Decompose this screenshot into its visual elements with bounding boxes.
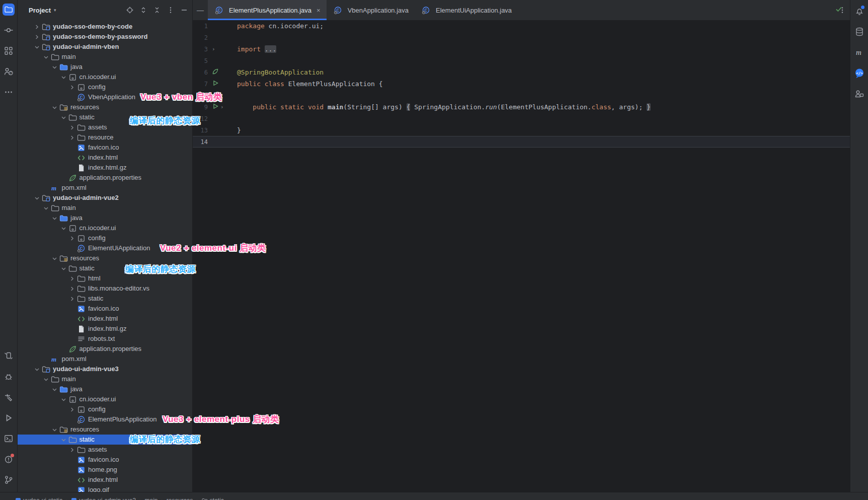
code-line-5[interactable]: 5 — [193, 55, 850, 66]
chevron-right-icon[interactable] — [68, 275, 76, 282]
chevron-down-icon[interactable] — [33, 366, 41, 373]
spring-bean-icon[interactable] — [212, 68, 219, 77]
tree-item-pom-xml[interactable]: mpom.xml — [18, 183, 192, 193]
tree-item-assets[interactable]: assets — [18, 445, 192, 455]
breadcrumb-item[interactable]: main — [144, 497, 157, 500]
tree-item-libs-monaco-editor-vs[interactable]: libs.monaco-editor.vs — [18, 283, 192, 294]
tree-item-resources[interactable]: resources — [18, 253, 192, 263]
chevron-down-icon[interactable] — [51, 63, 58, 71]
code-line-7[interactable]: 7public class ElementPlusApplication { — [193, 78, 850, 90]
tree-item-resource[interactable]: resource — [18, 132, 192, 142]
code-line-6[interactable]: 6@SpringBootApplication — [193, 66, 850, 78]
version-control-icon[interactable] — [3, 474, 15, 486]
tree-item-static[interactable]: static — [18, 435, 192, 445]
project-icon[interactable] — [3, 4, 15, 16]
chevron-right-icon[interactable] — [33, 33, 41, 41]
chevron-down-icon[interactable] — [51, 386, 58, 393]
code-line-2[interactable]: 2 — [193, 32, 850, 43]
code-line-14[interactable]: 14 — [193, 136, 850, 148]
code-line-8[interactable]: 8 — [193, 90, 850, 101]
tree-item-html[interactable]: html — [18, 273, 192, 283]
locate-icon[interactable] — [126, 6, 134, 14]
tree-item-static[interactable]: static — [18, 294, 192, 304]
tree-item-yudao-sso-demo-by-password[interactable]: yudao-sso-demo-by-password — [18, 32, 192, 42]
terminal-icon[interactable] — [3, 433, 15, 445]
chevron-down-icon[interactable] — [51, 255, 58, 262]
project-panel-title[interactable]: Project — [29, 7, 51, 14]
chevron-down-icon[interactable] — [42, 53, 50, 61]
tree-item-main[interactable]: main — [18, 52, 192, 62]
chevron-right-icon[interactable] — [68, 295, 76, 303]
tab-elementplusapplication[interactable]: C ElementPlusApplication.java × — [208, 0, 327, 20]
chevron-down-icon[interactable] — [33, 194, 41, 202]
code-editor[interactable]: 1package cn.iocoder.ui;23›import ...56@S… — [193, 20, 850, 492]
tree-item-static[interactable]: static — [18, 263, 192, 273]
hide-icon[interactable] — [180, 6, 188, 14]
code-line-3[interactable]: 3›import ... — [193, 43, 850, 55]
chevron-down-icon[interactable] — [60, 436, 67, 444]
tree-item-yudao-ui-admin-vue3[interactable]: yudao-ui-admin-vue3 — [18, 364, 192, 374]
commit-icon[interactable] — [3, 24, 15, 36]
chevron-right-icon[interactable] — [68, 406, 76, 413]
chevron-down-icon[interactable] — [42, 204, 50, 212]
tree-item-resources[interactable]: resources — [18, 424, 192, 435]
breadcrumb-item[interactable]: yudao-ui-static — [15, 497, 62, 500]
maven-icon[interactable]: m — [853, 46, 865, 58]
run-icon[interactable] — [212, 103, 219, 111]
tree-item-cn-iocoder-ui[interactable]: cn.iocoder.ui — [18, 223, 192, 233]
chevron-right-icon[interactable] — [68, 446, 76, 454]
tree-item-application-properties[interactable]: application.properties — [18, 344, 192, 354]
fold-chevron-icon[interactable]: › — [220, 104, 224, 110]
structure-icon[interactable] — [3, 45, 15, 57]
tree-item-index-html[interactable]: index.html — [18, 475, 192, 485]
run-icon[interactable] — [3, 412, 15, 424]
more-icon[interactable] — [3, 86, 15, 98]
tree-item-assets[interactable]: assets — [18, 122, 192, 132]
tree-item-index-html[interactable]: index.html — [18, 314, 192, 324]
collaboration-icon[interactable] — [853, 88, 865, 100]
tab-elementuiapplication[interactable]: C ElementUiApplication.java — [415, 0, 518, 20]
close-icon[interactable]: × — [317, 7, 321, 14]
tree-item-config[interactable]: config — [18, 82, 192, 92]
inspection-ok-icon[interactable] — [835, 5, 843, 15]
tree-item-elementplusapplication[interactable]: CElementPlusApplication — [18, 414, 192, 424]
notifications-icon[interactable] — [853, 5, 865, 17]
tree-item-yudao-sso-demo-by-code[interactable]: yudao-sso-demo-by-code — [18, 22, 192, 32]
tree-item-favicon-ico[interactable]: favicon.ico — [18, 455, 192, 465]
tree-item-yudao-ui-admin-vben[interactable]: yudao-ui-admin-vben — [18, 42, 192, 52]
problems-icon[interactable] — [3, 453, 15, 465]
tree-item-elementuiapplication[interactable]: CElementUiApplication — [18, 243, 192, 253]
tree-item-main[interactable]: main — [18, 374, 192, 384]
tree-item-favicon-ico[interactable]: favicon.ico — [18, 142, 192, 153]
debug-icon[interactable] — [3, 371, 15, 383]
code-line-9[interactable]: 9› public static void main(String[] args… — [193, 101, 850, 113]
chevron-down-icon[interactable] — [60, 225, 67, 232]
tree-item-index-html-gz[interactable]: index.html.gz — [18, 324, 192, 334]
chevron-down-icon[interactable] — [42, 376, 50, 383]
chevron-down-icon[interactable] — [51, 426, 58, 434]
tree-item-index-html[interactable]: index.html — [18, 153, 192, 163]
collapse-all-icon[interactable] — [153, 6, 161, 14]
tree-item-resources[interactable]: resources — [18, 102, 192, 112]
tree-item-home-png[interactable]: home.png — [18, 465, 192, 475]
tree-item-robots-txt[interactable]: robots.txt — [18, 334, 192, 344]
tree-item-cn-iocoder-ui[interactable]: cn.iocoder.ui — [18, 72, 192, 82]
chevron-right-icon[interactable] — [68, 235, 76, 242]
run-icon[interactable] — [212, 80, 219, 88]
tree-item-main[interactable]: main — [18, 203, 192, 213]
chevron-down-icon[interactable] — [60, 265, 67, 272]
tree-item-index-html-gz[interactable]: index.html.gz — [18, 163, 192, 173]
chevron-right-icon[interactable] — [68, 124, 76, 131]
tree-item-java[interactable]: java — [18, 384, 192, 394]
expand-all-icon[interactable] — [139, 6, 147, 14]
options-icon[interactable] — [167, 6, 175, 14]
tree-item-application-properties[interactable]: application.properties — [18, 173, 192, 183]
ai-assistant-icon[interactable]: </> — [853, 67, 865, 79]
chevron-right-icon[interactable] — [68, 285, 76, 293]
chevron-down-icon[interactable] — [60, 74, 67, 81]
tree-item-config[interactable]: config — [18, 404, 192, 414]
chevron-down-icon[interactable] — [51, 215, 58, 222]
pull-requests-icon[interactable]: ? — [3, 65, 15, 78]
fold-chevron-icon[interactable]: › — [212, 46, 215, 52]
chevron-right-icon[interactable] — [33, 23, 41, 31]
